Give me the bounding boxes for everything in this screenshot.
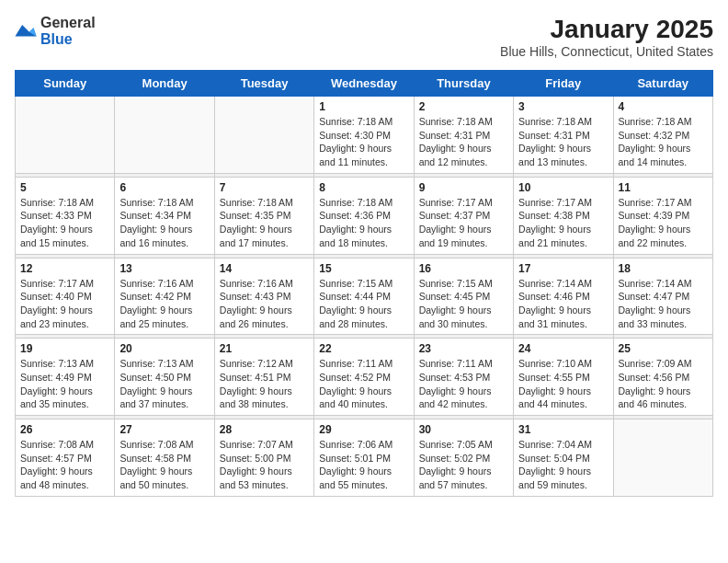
day-info: Sunrise: 7:13 AM Sunset: 4:49 PM Dayligh… — [20, 357, 109, 411]
day-number: 20 — [119, 342, 209, 355]
day-info: Sunrise: 7:04 AM Sunset: 5:04 PM Dayligh… — [518, 438, 608, 492]
day-number: 27 — [119, 423, 209, 436]
calendar-week-row: 1Sunrise: 7:18 AM Sunset: 4:30 PM Daylig… — [16, 97, 713, 174]
calendar-cell — [613, 419, 712, 497]
day-number: 2 — [419, 100, 508, 113]
calendar-cell: 20Sunrise: 7:13 AM Sunset: 4:50 PM Dayli… — [115, 339, 214, 416]
calendar-cell: 9Sunrise: 7:17 AM Sunset: 4:37 PM Daylig… — [414, 177, 513, 254]
calendar-cell: 8Sunrise: 7:18 AM Sunset: 4:36 PM Daylig… — [314, 177, 414, 254]
logo-icon — [15, 22, 37, 40]
day-info: Sunrise: 7:17 AM Sunset: 4:39 PM Dayligh… — [619, 196, 708, 250]
calendar-cell: 7Sunrise: 7:18 AM Sunset: 4:35 PM Daylig… — [214, 177, 313, 254]
day-number: 10 — [518, 181, 608, 194]
day-number: 26 — [20, 423, 109, 436]
day-number: 6 — [119, 181, 209, 194]
calendar-cell: 10Sunrise: 7:17 AM Sunset: 4:38 PM Dayli… — [514, 177, 613, 254]
page-subtitle: Blue Hills, Connecticut, United States — [500, 44, 713, 59]
calendar-cell — [16, 97, 115, 174]
logo-general: General — [40, 15, 96, 30]
day-info: Sunrise: 7:16 AM Sunset: 4:42 PM Dayligh… — [119, 277, 209, 331]
day-number: 28 — [220, 423, 309, 436]
day-info: Sunrise: 7:18 AM Sunset: 4:33 PM Dayligh… — [20, 196, 109, 250]
logo-text: General Blue — [40, 15, 96, 48]
day-info: Sunrise: 7:16 AM Sunset: 4:43 PM Dayligh… — [220, 277, 309, 331]
calendar-cell: 18Sunrise: 7:14 AM Sunset: 4:47 PM Dayli… — [613, 258, 712, 335]
day-number: 22 — [319, 342, 408, 355]
calendar-cell: 1Sunrise: 7:18 AM Sunset: 4:30 PM Daylig… — [314, 97, 414, 174]
weekday-header: Friday — [514, 71, 613, 97]
day-info: Sunrise: 7:09 AM Sunset: 4:56 PM Dayligh… — [619, 357, 708, 411]
day-number: 9 — [419, 181, 508, 194]
day-info: Sunrise: 7:17 AM Sunset: 4:37 PM Dayligh… — [419, 196, 508, 250]
calendar-cell: 5Sunrise: 7:18 AM Sunset: 4:33 PM Daylig… — [16, 177, 115, 254]
calendar-cell: 27Sunrise: 7:08 AM Sunset: 4:58 PM Dayli… — [115, 419, 214, 497]
calendar-cell: 17Sunrise: 7:14 AM Sunset: 4:46 PM Dayli… — [514, 258, 613, 335]
weekday-header: Thursday — [414, 71, 513, 97]
day-info: Sunrise: 7:13 AM Sunset: 4:50 PM Dayligh… — [119, 357, 209, 411]
calendar-cell: 15Sunrise: 7:15 AM Sunset: 4:44 PM Dayli… — [314, 258, 414, 335]
calendar-week-row: 12Sunrise: 7:17 AM Sunset: 4:40 PM Dayli… — [16, 258, 713, 335]
day-info: Sunrise: 7:12 AM Sunset: 4:51 PM Dayligh… — [220, 357, 309, 411]
day-number: 19 — [20, 342, 109, 355]
calendar-cell — [115, 97, 214, 174]
day-info: Sunrise: 7:08 AM Sunset: 4:57 PM Dayligh… — [20, 438, 109, 492]
day-number: 8 — [319, 181, 408, 194]
day-number: 17 — [518, 262, 608, 275]
day-number: 13 — [119, 262, 209, 275]
calendar-cell: 22Sunrise: 7:11 AM Sunset: 4:52 PM Dayli… — [314, 339, 414, 416]
day-number: 25 — [619, 342, 708, 355]
day-number: 23 — [419, 342, 508, 355]
calendar-cell: 3Sunrise: 7:18 AM Sunset: 4:31 PM Daylig… — [514, 97, 613, 174]
calendar-cell: 31Sunrise: 7:04 AM Sunset: 5:04 PM Dayli… — [514, 419, 613, 497]
day-number: 12 — [20, 262, 109, 275]
day-info: Sunrise: 7:10 AM Sunset: 4:55 PM Dayligh… — [518, 357, 608, 411]
day-number: 3 — [518, 100, 608, 113]
calendar-cell: 28Sunrise: 7:07 AM Sunset: 5:00 PM Dayli… — [214, 419, 313, 497]
title-block: January 2025 Blue Hills, Connecticut, Un… — [500, 15, 713, 59]
logo-blue: Blue — [40, 31, 73, 47]
logo: General Blue — [15, 15, 96, 48]
page-header: General Blue January 2025 Blue Hills, Co… — [15, 15, 713, 59]
calendar-week-row: 19Sunrise: 7:13 AM Sunset: 4:49 PM Dayli… — [16, 339, 713, 416]
calendar-week-row: 26Sunrise: 7:08 AM Sunset: 4:57 PM Dayli… — [16, 419, 713, 497]
day-number: 7 — [220, 181, 309, 194]
calendar-cell — [214, 97, 313, 174]
calendar-cell: 29Sunrise: 7:06 AM Sunset: 5:01 PM Dayli… — [314, 419, 414, 497]
calendar-cell: 12Sunrise: 7:17 AM Sunset: 4:40 PM Dayli… — [16, 258, 115, 335]
day-info: Sunrise: 7:18 AM Sunset: 4:31 PM Dayligh… — [518, 115, 608, 169]
day-number: 29 — [319, 423, 408, 436]
day-info: Sunrise: 7:11 AM Sunset: 4:53 PM Dayligh… — [419, 357, 508, 411]
day-number: 1 — [319, 100, 408, 113]
weekday-header: Tuesday — [214, 71, 313, 97]
day-info: Sunrise: 7:18 AM Sunset: 4:30 PM Dayligh… — [319, 115, 408, 169]
weekday-header: Monday — [115, 71, 214, 97]
calendar-cell: 21Sunrise: 7:12 AM Sunset: 4:51 PM Dayli… — [214, 339, 313, 416]
day-info: Sunrise: 7:08 AM Sunset: 4:58 PM Dayligh… — [119, 438, 209, 492]
day-info: Sunrise: 7:14 AM Sunset: 4:47 PM Dayligh… — [619, 277, 708, 331]
weekday-header-row: SundayMondayTuesdayWednesdayThursdayFrid… — [16, 71, 713, 97]
day-info: Sunrise: 7:06 AM Sunset: 5:01 PM Dayligh… — [319, 438, 408, 492]
calendar-week-row: 5Sunrise: 7:18 AM Sunset: 4:33 PM Daylig… — [16, 177, 713, 254]
day-info: Sunrise: 7:17 AM Sunset: 4:38 PM Dayligh… — [518, 196, 608, 250]
calendar-cell: 2Sunrise: 7:18 AM Sunset: 4:31 PM Daylig… — [414, 97, 513, 174]
day-info: Sunrise: 7:18 AM Sunset: 4:34 PM Dayligh… — [119, 196, 209, 250]
calendar-cell: 16Sunrise: 7:15 AM Sunset: 4:45 PM Dayli… — [414, 258, 513, 335]
calendar-cell: 30Sunrise: 7:05 AM Sunset: 5:02 PM Dayli… — [414, 419, 513, 497]
day-info: Sunrise: 7:15 AM Sunset: 4:45 PM Dayligh… — [419, 277, 508, 331]
calendar-cell: 19Sunrise: 7:13 AM Sunset: 4:49 PM Dayli… — [16, 339, 115, 416]
day-info: Sunrise: 7:18 AM Sunset: 4:35 PM Dayligh… — [220, 196, 309, 250]
calendar-cell: 14Sunrise: 7:16 AM Sunset: 4:43 PM Dayli… — [214, 258, 313, 335]
calendar-cell: 11Sunrise: 7:17 AM Sunset: 4:39 PM Dayli… — [613, 177, 712, 254]
calendar-cell: 24Sunrise: 7:10 AM Sunset: 4:55 PM Dayli… — [514, 339, 613, 416]
weekday-header: Wednesday — [314, 71, 414, 97]
day-number: 30 — [419, 423, 508, 436]
calendar-table: SundayMondayTuesdayWednesdayThursdayFrid… — [15, 70, 713, 497]
day-number: 15 — [319, 262, 408, 275]
calendar-cell: 25Sunrise: 7:09 AM Sunset: 4:56 PM Dayli… — [613, 339, 712, 416]
day-info: Sunrise: 7:07 AM Sunset: 5:00 PM Dayligh… — [220, 438, 309, 492]
day-number: 5 — [20, 181, 109, 194]
day-number: 4 — [619, 100, 708, 113]
page-title: January 2025 — [500, 15, 713, 44]
day-info: Sunrise: 7:18 AM Sunset: 4:31 PM Dayligh… — [419, 115, 508, 169]
calendar-cell: 6Sunrise: 7:18 AM Sunset: 4:34 PM Daylig… — [115, 177, 214, 254]
